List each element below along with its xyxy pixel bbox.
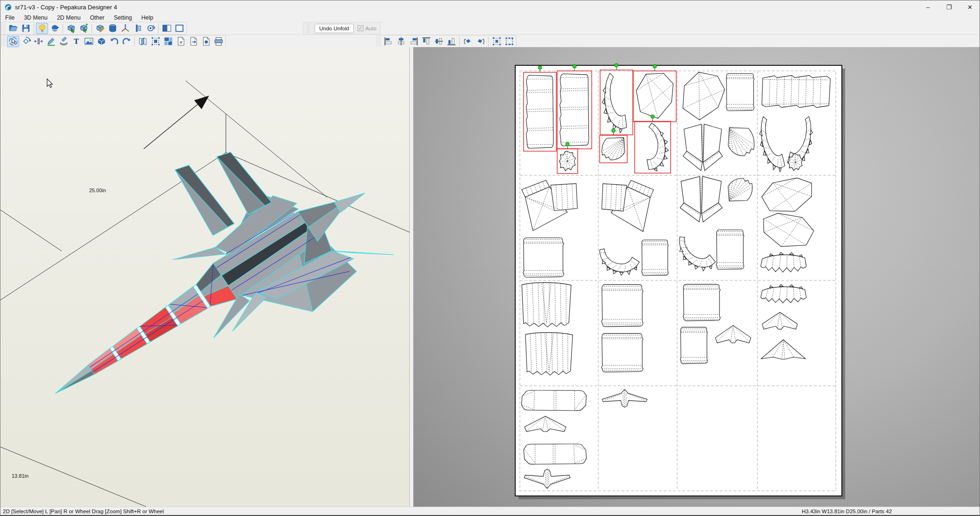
align-right-button[interactable] <box>407 36 420 47</box>
toolbar-grip[interactable] <box>378 36 380 47</box>
pattern-piece-fan[interactable] <box>728 128 754 156</box>
toolbar-2d: T# <box>0 35 980 48</box>
menu-item-file[interactable]: File <box>0 14 19 22</box>
pattern-piece-rect[interactable] <box>683 284 721 321</box>
selection-rotate-handle[interactable] <box>615 63 618 67</box>
open-file-icon <box>8 23 19 34</box>
page-number-button[interactable]: # <box>175 36 187 47</box>
pattern-piece-stripes[interactable] <box>762 76 831 108</box>
rotate-ccw-button[interactable] <box>462 36 474 47</box>
auto-layout-button[interactable] <box>162 36 174 47</box>
view-2d-panel[interactable] <box>413 47 980 507</box>
draw-line-button[interactable] <box>45 36 57 47</box>
status-hint-text: 2D [Select/Move] L [Pan] R or Wheel Drag… <box>3 509 164 514</box>
pattern-piece-rect[interactable] <box>716 230 744 270</box>
view-orbit-button[interactable] <box>49 23 61 34</box>
auto-checkbox[interactable]: ✓ <box>357 25 364 31</box>
menu-item-other[interactable]: Other <box>85 14 109 22</box>
pattern-piece-rect[interactable] <box>602 334 643 372</box>
close-button[interactable]: ✕ <box>959 0 980 14</box>
pattern-piece-trapstripes[interactable] <box>522 283 571 327</box>
unfold-button[interactable] <box>137 36 149 47</box>
selection-rotate-handle[interactable] <box>653 64 657 68</box>
menu-item-help[interactable]: Help <box>137 14 158 22</box>
pattern-piece-longpiece[interactable] <box>524 444 586 464</box>
selection-rotate-handle[interactable] <box>538 66 542 70</box>
pepakura-window: sr71-v3 - Copy - Pepakura Designer 4 –❐✕… <box>0 0 980 516</box>
pattern-piece-rect[interactable] <box>680 327 707 363</box>
floor-grid-line <box>0 210 62 251</box>
open-file-button[interactable] <box>7 23 19 34</box>
toolbar-separator <box>34 24 34 33</box>
pattern-piece-strip[interactable] <box>560 74 589 146</box>
fit-selection-button[interactable] <box>490 36 503 47</box>
piece-outline <box>526 75 553 148</box>
pattern-piece-rect[interactable] <box>642 240 668 275</box>
undo-button[interactable] <box>108 36 120 47</box>
print-icon <box>213 36 224 47</box>
fit-page-button[interactable] <box>503 36 515 47</box>
view-3d-panel[interactable]: 25.00in13.81in <box>0 47 410 507</box>
print-button[interactable] <box>212 36 224 47</box>
align-left-button[interactable] <box>382 36 394 47</box>
align-center-v-button[interactable] <box>433 36 445 47</box>
selection-rotate-handle[interactable] <box>573 64 576 68</box>
menu-item-setting[interactable]: Setting <box>109 14 137 22</box>
redo-button[interactable] <box>120 36 133 47</box>
export-page-button[interactable] <box>187 36 199 47</box>
pattern-piece-longpiece[interactable] <box>521 390 586 411</box>
pattern-piece-fan[interactable] <box>728 178 752 201</box>
model-3d[interactable] <box>0 90 404 455</box>
light-toggle-button[interactable] <box>36 23 48 34</box>
undo-unfold-button[interactable]: Undo Unfold <box>315 24 354 33</box>
app-icon <box>4 3 12 11</box>
selection-rotate-handle[interactable] <box>612 129 616 132</box>
minimize-button[interactable]: – <box>917 0 938 14</box>
rotate-part-button[interactable] <box>20 36 32 47</box>
flatten-tool-button[interactable] <box>57 36 70 47</box>
show-axes-button[interactable] <box>119 23 131 34</box>
title-bar[interactable]: sr71-v3 - Copy - Pepakura Designer 4 –❐✕ <box>0 0 980 14</box>
primitive-cylinder-button[interactable] <box>106 23 119 34</box>
toolbar-separator <box>91 24 92 33</box>
insert-text-button[interactable]: T <box>70 36 82 47</box>
orbit-camera-button[interactable] <box>144 23 156 34</box>
light-toggle-icon <box>37 23 48 34</box>
menu-item-3d-menu[interactable]: 3D Menu <box>19 14 52 22</box>
pattern-piece-fan[interactable] <box>602 138 625 160</box>
toolbar-grip[interactable] <box>3 23 5 34</box>
select-box-add-button[interactable] <box>77 23 90 34</box>
toolbar-grip[interactable] <box>3 36 5 47</box>
select-all-parts-button[interactable] <box>149 36 161 47</box>
save-file-button[interactable] <box>20 23 32 34</box>
spread-parts-button[interactable] <box>32 36 44 47</box>
selection-rotate-handle[interactable] <box>566 142 569 146</box>
selection-rotate-handle[interactable] <box>651 115 655 119</box>
restore-button[interactable]: ❐ <box>938 0 959 14</box>
show-3d-box-button[interactable] <box>95 36 107 47</box>
piece-outline <box>642 240 668 275</box>
pattern-piece-strip[interactable] <box>526 75 553 148</box>
rotate-cw-button[interactable] <box>474 36 486 47</box>
align-top-button[interactable] <box>420 36 432 47</box>
edit-solid-button[interactable] <box>94 23 106 34</box>
pattern-piece-rect[interactable] <box>523 238 564 278</box>
select-move-button[interactable] <box>7 36 19 47</box>
print-preview-button[interactable] <box>200 36 212 47</box>
toolbar-grip[interactable] <box>307 23 309 34</box>
unfold-toolbar-group: Undo Unfold ✓ Auto <box>303 22 381 35</box>
pattern-piece-trapstripes[interactable] <box>525 333 573 376</box>
pattern-piece-rect[interactable] <box>602 285 643 327</box>
panel-splitter[interactable] <box>410 47 413 507</box>
single-view-button[interactable] <box>173 23 185 34</box>
adjust-panels-button[interactable] <box>132 23 144 34</box>
pattern-piece-rect[interactable] <box>726 73 754 111</box>
orbit-camera-icon <box>145 23 156 34</box>
menu-item-2d-menu[interactable]: 2D Menu <box>52 14 85 22</box>
align-center-h-button[interactable] <box>395 36 407 47</box>
select-box-button[interactable] <box>65 23 77 34</box>
split-view-button[interactable] <box>161 23 173 34</box>
align-bottom-button[interactable] <box>445 36 457 47</box>
insert-image-button[interactable] <box>83 36 95 47</box>
flatten-tool-icon <box>58 36 69 47</box>
